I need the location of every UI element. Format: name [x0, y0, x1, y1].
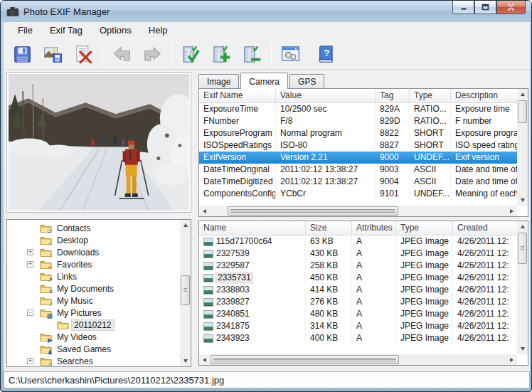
file-row[interactable]: 2339827276 KBAJPEG Image4/26/2011 12: — [199, 296, 517, 308]
file-name: 2335731 — [216, 272, 252, 284]
exif-row[interactable]: ExifVersionVersion 2.219000UNDEF...Exif … — [199, 152, 517, 164]
column-header-description[interactable]: Description — [451, 89, 517, 102]
expand-icon[interactable]: + — [27, 249, 33, 255]
file-row[interactable]: 115d71700c6463 KBAJPEG Image4/26/2011 12… — [199, 235, 517, 248]
delete-list-icon — [74, 45, 93, 64]
expand-icon[interactable]: + — [27, 261, 33, 267]
column-header-size[interactable]: Size — [306, 221, 352, 235]
minimize-button[interactable] — [452, 1, 474, 14]
tab-gps[interactable]: GPS — [289, 74, 324, 89]
tree-item-my-videos[interactable]: ▶My Videos — [7, 331, 180, 343]
scroll-right-button[interactable] — [506, 206, 517, 216]
file-row[interactable]: 2335731450 KBAJPEG Image4/26/2011 12: — [199, 272, 517, 284]
toolbar-separator — [102, 43, 103, 65]
scroll-down-button[interactable] — [517, 195, 528, 206]
tree-item-my-music[interactable]: ♪My Music — [7, 295, 180, 307]
tree-item-searches[interactable]: +○Searches — [7, 355, 180, 366]
scroll-right-button[interactable] — [506, 354, 517, 365]
scroll-thumb[interactable] — [181, 275, 190, 305]
column-header-name[interactable]: Name — [199, 221, 306, 235]
remove-tag-button[interactable] — [239, 41, 265, 67]
exif-hscrollbar[interactable] — [199, 206, 517, 216]
expand-icon[interactable]: + — [27, 358, 33, 364]
scroll-down-button[interactable] — [180, 356, 191, 366]
help-button[interactable]: ? — [312, 41, 338, 67]
edit-tag-button[interactable] — [178, 41, 203, 67]
tree-item-contacts[interactable]: ☺Contacts — [7, 222, 180, 234]
maximize-button[interactable] — [474, 1, 496, 14]
exif-row[interactable]: ISOSpeedRatingsISO-808827SHORTISO speed … — [199, 139, 517, 152]
arrow-up-icon — [183, 223, 188, 227]
arrow-right-icon — [510, 358, 514, 362]
file-row[interactable]: 2340851480 KBAJPEG Image4/26/2011 12: — [199, 308, 517, 320]
column-header-exif-name[interactable]: Exif Name — [199, 89, 276, 102]
exif-row[interactable]: FNumberF/8829DRATIO...F number — [199, 115, 517, 127]
tree-item-my-documents[interactable]: ≡My Documents — [7, 282, 180, 295]
scroll-thumb[interactable] — [518, 233, 527, 264]
file-row[interactable]: 2341875314 KBAJPEG Image4/26/2011 12: — [199, 320, 517, 332]
file-row[interactable]: 2343923400 KBAJPEG Image4/26/2011 12: — [199, 332, 517, 344]
file-vscrollbar[interactable] — [517, 221, 528, 354]
file-row[interactable]: 2338803414 KBAJPEG Image4/26/2011 12: — [199, 284, 517, 296]
table-header: NameSizeAttributesTypeCreated — [199, 221, 517, 235]
scroll-up-button[interactable] — [517, 89, 528, 100]
next-image-button[interactable] — [139, 41, 165, 67]
arrow-right-icon — [510, 209, 514, 213]
column-header-tag[interactable]: Tag — [376, 89, 410, 102]
delete-exif-button[interactable] — [70, 41, 96, 67]
close-button[interactable] — [496, 1, 526, 14]
documents-folder-icon: ≡ — [40, 283, 52, 294]
save-exif-button[interactable] — [9, 41, 35, 67]
scroll-thumb[interactable] — [228, 206, 398, 216]
column-header-value[interactable]: Value — [276, 89, 376, 102]
add-tag-button[interactable] — [208, 41, 234, 67]
column-header-type[interactable]: Type — [410, 89, 451, 102]
tree-item-label: My Videos — [55, 332, 99, 342]
column-header-attributes[interactable]: Attributes — [352, 221, 396, 235]
collapse-icon[interactable]: - — [27, 309, 33, 316]
tab-camera[interactable]: Camera — [240, 73, 288, 89]
tree-item-saved-games[interactable]: ♟Saved Games — [7, 343, 180, 355]
scroll-thumb[interactable] — [518, 100, 527, 123]
previous-image-button[interactable] — [109, 41, 134, 67]
tree-item-downloads[interactable]: +↓Downloads — [7, 246, 180, 258]
scroll-down-button[interactable] — [517, 344, 528, 354]
menu-item-exif-tag[interactable]: Exif Tag — [41, 23, 91, 38]
menu-item-help[interactable]: Help — [140, 23, 176, 38]
exif-row[interactable]: DateTimeDigitized2011:02:12 13:38:279004… — [199, 176, 517, 188]
file-name: 115d71700c64 — [216, 235, 272, 248]
menu-bar: FileExif TagOptionsHelp — [4, 22, 530, 39]
file-name: 2343923 — [216, 332, 250, 344]
title-bar[interactable]: Photo EXIF Manager — [1, 1, 531, 22]
downloads-folder-icon: ↓ — [40, 247, 52, 258]
tree-item-20110212[interactable]: 20110212 — [7, 319, 180, 331]
file-row[interactable]: 2327539430 KBAJPEG Image4/26/2011 12: — [199, 248, 517, 260]
tab-image[interactable]: Image — [198, 74, 239, 89]
tree-item-favorites[interactable]: +★Favorites — [7, 258, 180, 270]
tree-item-my-pictures[interactable]: -▦My Pictures — [7, 307, 180, 319]
save-image-button[interactable] — [40, 41, 65, 67]
file-row[interactable]: 2329587258 KBAJPEG Image4/26/2011 12: — [199, 260, 517, 272]
scroll-thumb[interactable] — [211, 355, 399, 364]
exif-row[interactable]: ExposureProgramNormal program8822SHORTEx… — [199, 127, 517, 139]
tree-vscrollbar[interactable] — [180, 220, 191, 366]
exif-row[interactable]: DateTimeOriginal2011:02:12 13:38:279003A… — [199, 164, 517, 176]
menu-item-options[interactable]: Options — [91, 23, 140, 38]
scroll-up-button[interactable] — [180, 220, 191, 231]
scroll-left-button[interactable] — [199, 354, 210, 365]
options-button[interactable] — [277, 41, 303, 67]
arrow-left-icon — [203, 209, 206, 213]
exif-vscrollbar[interactable] — [517, 89, 528, 206]
column-header-type[interactable]: Type — [396, 221, 453, 235]
scroll-left-button[interactable] — [199, 206, 210, 216]
help-book-icon: ? — [316, 45, 335, 64]
column-header-created[interactable]: Created — [453, 221, 517, 235]
scroll-up-button[interactable] — [517, 221, 528, 232]
file-hscrollbar[interactable] — [199, 354, 517, 365]
arrow-up-icon — [521, 225, 525, 228]
tree-item-links[interactable]: ↗Links — [7, 270, 180, 282]
exif-row[interactable]: ExposureTime10/2500 sec829ARATIO...Expos… — [199, 103, 517, 115]
tree-item-desktop[interactable]: ⌂Desktop — [7, 234, 180, 246]
exif-row[interactable]: ComponentsConfig...YCbCr9101UNDEF...Mean… — [199, 188, 517, 200]
menu-item-file[interactable]: File — [9, 23, 41, 38]
